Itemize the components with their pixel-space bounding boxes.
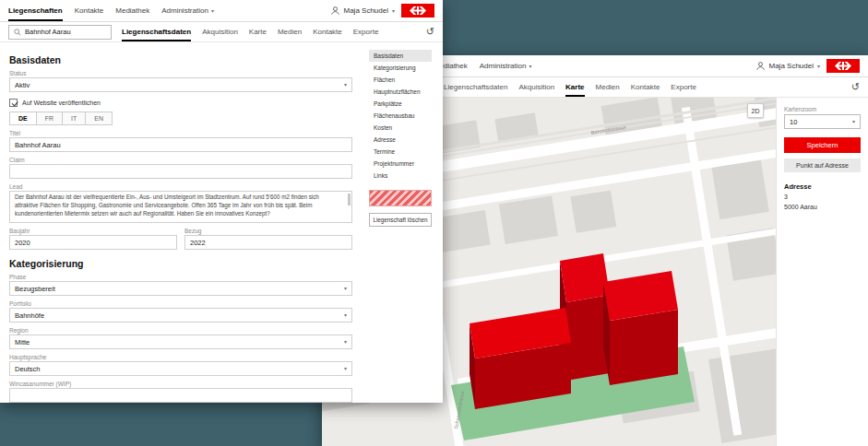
claim-field[interactable] — [9, 164, 352, 179]
tab-medien[interactable]: Medien — [278, 22, 302, 41]
anchor-parkplaetze[interactable]: Parkplätze — [369, 98, 432, 110]
user-menu[interactable]: Maja Schudel ▾ — [755, 61, 821, 71]
wincasa-field[interactable] — [9, 388, 352, 403]
sbb-logo[interactable] — [826, 59, 860, 73]
topbar-right: Maja Schudel ▾ — [755, 59, 861, 73]
chevron-down-icon: ▾ — [211, 8, 214, 14]
topbar-right: Maja Schudel ▾ — [330, 4, 435, 18]
speichern-button[interactable]: Speichern — [784, 137, 861, 153]
anchor-termine[interactable]: Termine — [369, 146, 432, 158]
chevron-down-icon: ▾ — [344, 82, 347, 88]
map-sidebar: Kartenzoom 10 ▾ Speichern Punkt auf Adre… — [776, 98, 868, 446]
search-icon — [14, 29, 21, 36]
hauptsprache-label: Hauptsprache — [9, 354, 352, 360]
address-line-1: 3 — [784, 193, 861, 203]
tab-akquisition[interactable]: Akquisition — [518, 77, 554, 97]
tab-karte[interactable]: Karte — [249, 22, 267, 41]
chevron-down-icon: ▾ — [344, 366, 347, 371]
tab-akquisition[interactable]: Akquisition — [202, 22, 238, 41]
anchor-kategorisierung[interactable]: Kategorisierung — [369, 62, 432, 74]
chevron-down-icon: ▾ — [817, 64, 820, 69]
lang-tab-it[interactable]: IT — [63, 112, 86, 124]
tab-kontakte[interactable]: Kontakte — [313, 22, 342, 41]
anchor-projektnummer[interactable]: Projektnummer — [369, 158, 432, 170]
form-content: Basisdaten Status Aktiv ▾ Auf Website ve… — [0, 42, 443, 403]
tab-exporte[interactable]: Exporte — [353, 22, 379, 41]
section-anchor-nav: Basisdaten Kategorisierung Flächen Haupt… — [369, 50, 432, 227]
section-heading-kategorisierung: Kategorisierung — [9, 258, 352, 269]
hauptsprache-select[interactable]: Deutsch ▾ — [9, 361, 352, 376]
delete-property-button[interactable]: Liegenschaft löschen — [369, 213, 432, 227]
language-tabs: DE FR IT EN — [9, 112, 113, 125]
region-select[interactable]: Mitte ▾ — [9, 334, 352, 349]
phase-select[interactable]: Bezugsbereit ▾ — [9, 281, 352, 296]
lang-tab-en[interactable]: EN — [86, 112, 112, 124]
tab-exporte[interactable]: Exporte — [671, 77, 696, 97]
chevron-down-icon: ▾ — [392, 8, 395, 14]
form-main: Basisdaten Status Aktiv ▾ Auf Website ve… — [9, 46, 352, 403]
tab-liegenschaftsdaten[interactable]: Liegenschaftsdaten — [122, 22, 191, 41]
lead-label: Lead — [9, 183, 352, 190]
publish-checkbox[interactable] — [9, 99, 18, 107]
main-nav: Liegenschaften Kontakte Mediathek Admini… — [8, 0, 214, 21]
anchor-flaechenausbau[interactable]: Flächenausbau — [369, 110, 432, 122]
portfolio-select[interactable]: Bahnhöfe ▾ — [9, 308, 352, 323]
tab-kontakte[interactable]: Kontakte — [631, 77, 660, 97]
map-2d-toggle-button[interactable]: 2D — [747, 103, 764, 118]
baujahr-field[interactable]: 2020 — [9, 235, 177, 250]
history-icon[interactable]: ↺ — [426, 27, 434, 37]
tab-medien[interactable]: Medien — [596, 77, 620, 97]
search-input[interactable]: Bahnhof Aarau — [8, 25, 112, 40]
titel-field[interactable]: Bahnhof Aarau — [9, 137, 352, 152]
nav-item-kontakte[interactable]: Kontakte — [75, 0, 104, 21]
baujahr-label: Baujahr — [9, 228, 177, 234]
punkt-auf-adresse-button[interactable]: Punkt auf Adresse — [784, 158, 861, 172]
claim-label: Claim — [9, 157, 352, 163]
bezug-label: Bezug — [184, 228, 352, 234]
nav-item-mediathek[interactable]: Mediathek — [115, 0, 149, 21]
tab-liegenschaftsdaten[interactable]: Liegenschaftsdaten — [444, 77, 507, 97]
chevron-down-icon: ▾ — [344, 286, 347, 291]
chevron-down-icon: ▾ — [344, 312, 347, 318]
tabs: Liegenschaftsdaten Akquisition Karte Med… — [444, 77, 841, 97]
titel-label: Titel — [9, 130, 352, 136]
history-icon[interactable]: ↺ — [851, 82, 860, 92]
anchor-basisdaten[interactable]: Basisdaten — [369, 50, 432, 62]
publish-checkbox-row[interactable]: Auf Website veröffentlichen — [9, 99, 352, 107]
nav-item-administration[interactable]: Administration▾ — [480, 55, 532, 76]
lang-tab-de[interactable]: DE — [10, 112, 37, 124]
nav-item-liegenschaften[interactable]: Liegenschaften — [8, 0, 63, 21]
status-label: Status — [9, 70, 352, 76]
tabs: Liegenschaftsdaten Akquisition Karte Med… — [122, 22, 416, 41]
chevron-down-icon: ▾ — [344, 339, 347, 345]
tab-karte[interactable]: Karte — [565, 77, 584, 97]
anchor-adresse[interactable]: Adresse — [369, 134, 432, 146]
user-menu[interactable]: Maja Schudel ▾ — [330, 6, 396, 16]
bezug-field[interactable]: 2022 — [184, 235, 352, 250]
anchor-kosten[interactable]: Kosten — [369, 122, 432, 134]
lead-textarea[interactable]: Der Bahnhof Aarau ist der vielfrequentie… — [9, 191, 352, 223]
nav-item-administration[interactable]: Administration▾ — [161, 0, 214, 21]
avatar-icon — [755, 61, 766, 71]
avatar-icon — [330, 6, 340, 16]
sbb-logo[interactable] — [401, 4, 434, 18]
tab-bar: Bahnhof Aarau Liegenschaftsdaten Akquisi… — [0, 22, 443, 42]
search-value: Bahnhof Aarau — [25, 28, 71, 36]
publish-label: Auf Website veröffentlichen — [22, 100, 101, 106]
anchor-links[interactable]: Links — [369, 170, 432, 182]
anchor-hauptnutzflaechen[interactable]: Hauptnutzflächen — [369, 86, 432, 98]
chevron-down-icon: ▾ — [852, 119, 855, 124]
address-line-2: 5000 Aarau — [784, 203, 861, 213]
anchor-flaechen[interactable]: Flächen — [369, 74, 432, 86]
kartenzoom-label: Kartenzoom — [784, 106, 861, 112]
chevron-down-icon: ▾ — [529, 64, 531, 69]
color-swatch-hatched — [369, 190, 432, 206]
property-form-window: Liegenschaften Kontakte Mediathek Admini… — [0, 0, 443, 403]
portfolio-label: Portfolio — [9, 300, 352, 307]
lang-tab-fr[interactable]: FR — [37, 112, 63, 124]
status-select[interactable]: Aktiv ▾ — [9, 77, 352, 92]
phase-label: Phase — [9, 274, 352, 280]
user-name: Maja Schudel — [344, 6, 388, 15]
kartenzoom-select[interactable]: 10 ▾ — [784, 114, 861, 129]
top-nav-bar: Liegenschaften Kontakte Mediathek Admini… — [0, 0, 443, 22]
